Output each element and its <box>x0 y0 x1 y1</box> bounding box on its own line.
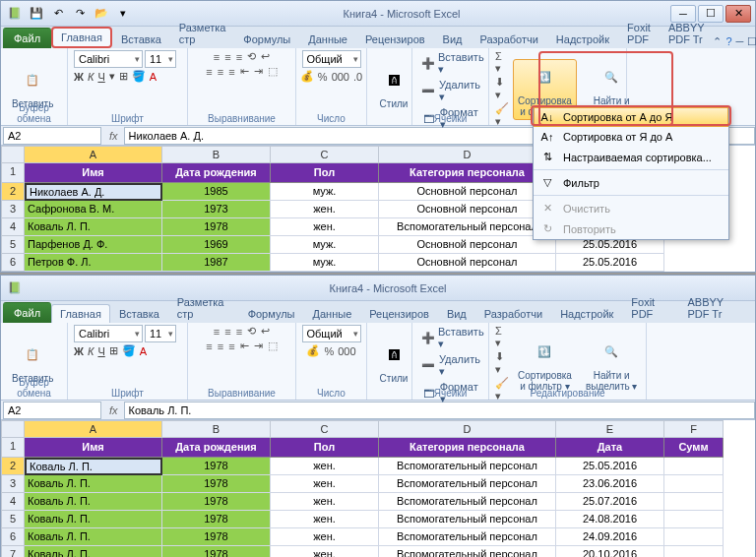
align-right-icon[interactable]: ≡ <box>228 66 234 78</box>
cell-cat[interactable]: Основной персонал <box>379 254 556 272</box>
tab-layout[interactable]: Разметка стр <box>170 18 235 48</box>
row-header[interactable]: 5 <box>1 511 25 528</box>
italic-button[interactable]: К <box>88 71 94 83</box>
cell-sum[interactable] <box>664 475 724 493</box>
redo-icon[interactable]: ↷ <box>70 4 90 24</box>
cell-name[interactable]: Николаев А. Д. <box>25 183 162 201</box>
tab-addins[interactable]: Надстройк <box>547 30 618 48</box>
sort-filter-button[interactable]: 🔃Сортировка и фильтр ▾ <box>513 334 577 395</box>
tab-home[interactable]: Главная <box>51 304 110 323</box>
col-header-a[interactable]: A <box>25 146 162 163</box>
cell-sex[interactable]: муж. <box>271 254 379 272</box>
clear-icon[interactable]: 🧹 ▾ <box>495 102 509 128</box>
qat-more-icon[interactable]: ▾ <box>113 4 133 24</box>
row-header-1[interactable]: 1 <box>1 163 25 183</box>
tab-insert[interactable]: Вставка <box>112 30 170 48</box>
cell-date[interactable]: 24.08.2016 <box>556 511 664 528</box>
align-center-icon[interactable]: ≡ <box>218 66 223 78</box>
cell-sex[interactable]: жен. <box>271 475 379 493</box>
cell-cat[interactable]: Вспомогательный персонал <box>379 458 556 475</box>
row-header[interactable]: 2 <box>1 183 25 201</box>
fx-label[interactable]: fx <box>103 130 124 142</box>
tab-review[interactable]: Рецензиров <box>356 30 434 48</box>
cell-cat[interactable]: Вспомогательный персонал <box>379 218 556 236</box>
minimize-ribbon-icon[interactable]: ⌃ <box>713 35 722 48</box>
cell-cat[interactable]: Основной персонал <box>379 236 556 254</box>
tab-formulas[interactable]: Формулы <box>239 304 304 323</box>
cell-dob[interactable]: 1978 <box>162 546 271 557</box>
align-bot-icon[interactable]: ≡ <box>236 51 242 63</box>
col-header-f[interactable]: F <box>664 420 724 438</box>
doc-restore-icon[interactable]: ☐ <box>747 35 756 48</box>
cell-name[interactable]: Петров Ф. Л. <box>25 254 162 272</box>
menu-filter[interactable]: ▽Фильтр <box>534 172 728 193</box>
help-icon[interactable]: ? <box>725 35 731 48</box>
cell-sex[interactable]: муж. <box>271 183 379 201</box>
border-icon[interactable]: ⊞ <box>119 70 128 83</box>
open-icon[interactable]: 📂 <box>92 4 111 24</box>
cell-name[interactable]: Коваль Л. П. <box>25 546 162 557</box>
cell-date[interactable]: 25.05.2016 <box>556 254 664 272</box>
row-header[interactable]: 4 <box>1 493 25 511</box>
tab-view[interactable]: Вид <box>434 30 472 48</box>
tab-addins[interactable]: Надстройк <box>551 304 622 323</box>
row-header[interactable]: 6 <box>1 528 25 546</box>
name-box[interactable]: A2 <box>3 127 101 145</box>
row-header[interactable]: 3 <box>1 201 25 218</box>
tab-foxit[interactable]: Foxit PDF <box>618 18 660 48</box>
indent-dec-icon[interactable]: ⇤ <box>240 65 249 78</box>
tab-layout[interactable]: Разметка стр <box>168 292 239 323</box>
header-sex[interactable]: Пол <box>271 163 379 183</box>
tab-home[interactable]: Главная <box>51 27 112 48</box>
cell-cat[interactable]: Основной персонал <box>379 183 556 201</box>
row-header[interactable]: 7 <box>1 546 25 557</box>
row-header[interactable]: 5 <box>1 236 25 254</box>
cell-sum[interactable] <box>664 511 724 528</box>
indent-inc-icon[interactable]: ⇥ <box>254 65 263 78</box>
font-name-combo[interactable]: Calibri <box>74 50 143 68</box>
styles-button[interactable]: 🅰Стили <box>373 62 414 112</box>
tab-file[interactable]: Файл <box>3 28 51 48</box>
col-header-c[interactable]: C <box>271 146 379 163</box>
bold-button[interactable]: Ж <box>74 71 84 83</box>
cell-cat[interactable]: Вспомогательный персонал <box>379 511 556 528</box>
cell-date[interactable]: 24.09.2016 <box>556 528 664 546</box>
tab-developer[interactable]: Разработчи <box>472 30 547 48</box>
col-header-e[interactable]: E <box>556 420 664 438</box>
col-header-c[interactable]: C <box>271 420 379 438</box>
cell-name[interactable]: Коваль Л. П. <box>25 218 162 236</box>
cell-sex[interactable]: жен. <box>271 201 379 218</box>
row-header-1[interactable]: 1 <box>1 438 25 458</box>
find-select-button[interactable]: 🔍Найти и выделить ▾ <box>581 334 643 395</box>
currency-icon[interactable]: 💰 <box>300 70 314 83</box>
tab-formulas[interactable]: Формулы <box>234 30 299 48</box>
undo-icon[interactable]: ↶ <box>48 4 68 24</box>
menu-sort-az[interactable]: A↓Сортировка от А до Я <box>534 107 728 127</box>
cell-date[interactable]: 20.10.2016 <box>556 546 664 557</box>
cell-date[interactable]: 25.07.2016 <box>556 493 664 511</box>
cell-cat[interactable]: Основной персонал <box>379 201 556 218</box>
cell-name[interactable]: Коваль Л. П. <box>25 475 162 493</box>
tab-data[interactable]: Данные <box>304 304 361 323</box>
close-button[interactable]: ✕ <box>725 5 751 23</box>
number-format-combo[interactable]: Общий <box>302 50 361 68</box>
fill-icon[interactable]: ⬇ ▾ <box>495 76 509 101</box>
col-header-b[interactable]: B <box>162 420 271 438</box>
delete-cells-button[interactable]: ➖Удалить ▾ <box>418 78 489 104</box>
cell-dob[interactable]: 1978 <box>162 475 271 493</box>
fill-color-icon[interactable]: 🪣 <box>132 70 146 83</box>
inc-dec-icon[interactable]: .0 <box>353 71 362 83</box>
cell-date[interactable]: 25.05.2016 <box>556 458 664 475</box>
cell-sum[interactable] <box>664 546 724 557</box>
name-box[interactable]: A2 <box>3 402 101 419</box>
font-size-combo[interactable]: 11 <box>145 325 176 342</box>
col-header-d[interactable]: D <box>379 420 556 438</box>
cell-sum[interactable] <box>664 458 724 475</box>
orient-icon[interactable]: ⟲ <box>247 50 256 63</box>
tab-review[interactable]: Рецензиров <box>360 304 438 323</box>
menu-custom-sort[interactable]: ⇅Настраиваемая сортировка... <box>534 147 728 167</box>
cell-dob[interactable]: 1973 <box>162 201 271 218</box>
cell-cat[interactable]: Вспомогательный персонал <box>379 493 556 511</box>
cell-cat[interactable]: Вспомогательный персонал <box>379 546 556 557</box>
tab-file[interactable]: Файл <box>3 302 51 323</box>
